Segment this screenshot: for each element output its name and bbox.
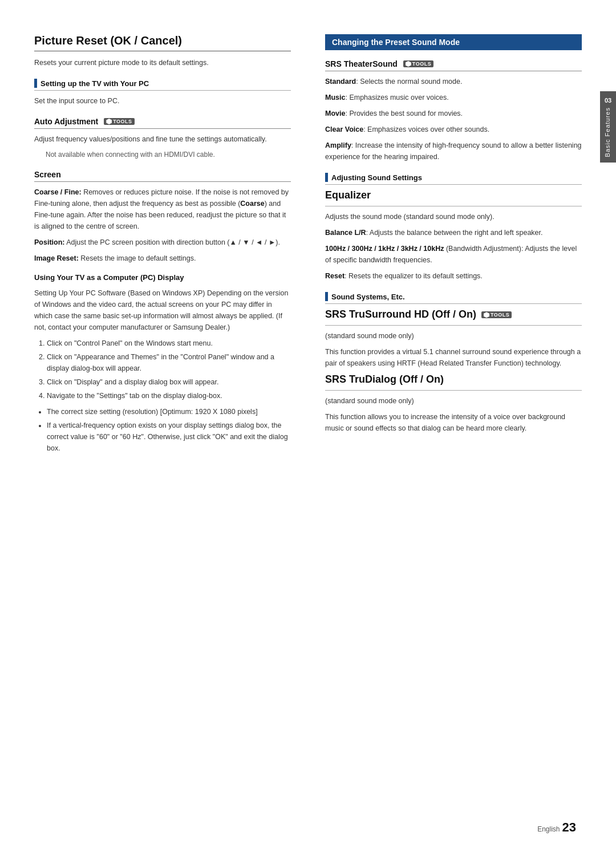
- equalizer-heading: Equalizer: [325, 189, 582, 201]
- auto-adjustment-header: Auto Adjustment TOOLS: [34, 117, 291, 129]
- pc-bullet-list: The correct size setting (resolution) [O…: [34, 406, 291, 454]
- highlight-bar: Changing the Preset Sound Mode: [325, 34, 582, 50]
- footer-language: English: [537, 825, 560, 833]
- chapter-label: Basic Features: [604, 107, 611, 157]
- trusurround-note: (standard sound mode only): [325, 330, 582, 342]
- right-column: Changing the Preset Sound Mode SRS Theat…: [319, 34, 582, 818]
- sound-systems-label: Sound Systems, Etc.: [331, 293, 405, 301]
- screen-para1: Coarse / Fine: Removes or reduces pictur…: [34, 186, 291, 232]
- srs-clear-voice: Clear Voice: Emphasizes voices over othe…: [325, 124, 582, 135]
- trudialog-desc: This function allows you to increase the…: [325, 411, 582, 434]
- side-tab: 03 Basic Features: [600, 91, 616, 163]
- srs-music: Music: Emphasizes music over voices.: [325, 92, 582, 103]
- screen-para2: Position: Adjust the PC screen position …: [34, 237, 291, 248]
- equalizer-bandwidth: 100Hz / 300Hz / 1kHz / 3kHz / 10kHz (Ban…: [325, 243, 582, 266]
- equalizer-divider: [325, 206, 582, 206]
- auto-adjustment-note: Not available when connecting with an HD…: [34, 149, 291, 160]
- trusurround-divider: [325, 325, 582, 326]
- trudialog-note: (standard sound mode only): [325, 395, 582, 407]
- trusurround-desc: This function provides a virtual 5.1 cha…: [325, 346, 582, 369]
- page-container: 03 Basic Features Picture Reset (OK / Ca…: [0, 0, 616, 852]
- subsection-setting-up-label: Setting up the TV with Your PC: [40, 79, 149, 88]
- blue-bar-icon: [325, 292, 328, 301]
- adjusting-sound-header: Adjusting Sound Settings: [325, 173, 582, 185]
- tools-icon: [106, 119, 112, 124]
- subsection-setting-up-header: Setting up the TV with Your PC: [34, 79, 291, 91]
- sound-systems-header: Sound Systems, Etc.: [325, 292, 582, 304]
- screen-label: Screen: [34, 170, 61, 179]
- pc-numbered-list: Click on "Control Panel" on the Windows …: [34, 338, 291, 401]
- tools-badge-trusurround: TOOLS: [481, 311, 512, 318]
- srs-amplify: Amplify: Increase the intensity of high-…: [325, 140, 582, 163]
- chapter-number: 03: [605, 97, 611, 104]
- screen-para3: Image Reset: Resets the image to default…: [34, 253, 291, 264]
- page-footer: English 23: [537, 820, 576, 835]
- equalizer-balance: Balance L/R: Adjusts the balance between…: [325, 227, 582, 238]
- auto-adjustment-desc: Adjust frequency values/positions and fi…: [34, 133, 291, 145]
- tools-badge-auto: TOOLS: [104, 118, 134, 125]
- list-item: Click on "Control Panel" on the Windows …: [47, 338, 291, 349]
- equalizer-desc: Adjusts the sound mode (standard sound m…: [325, 211, 582, 222]
- list-item: The correct size setting (resolution) [O…: [47, 406, 291, 417]
- footer-page-number: 23: [562, 820, 576, 835]
- list-item: If a vertical-frequency option exists on…: [47, 420, 291, 454]
- main-desc: Resets your current picture mode to its …: [34, 57, 291, 68]
- trudialog-divider: [325, 390, 582, 391]
- list-item: Click on "Appearance and Themes" in the …: [47, 351, 291, 374]
- srs-standard: Standard: Selects the normal sound mode.: [325, 76, 582, 87]
- main-title: Picture Reset (OK / Cancel): [34, 34, 291, 51]
- pc-display-heading: Using Your TV as a Computer (PC) Display: [34, 272, 291, 284]
- list-item: Click on "Display" and a display dialog …: [47, 376, 291, 388]
- trudialog-heading: SRS TruDialog (Off / On): [325, 374, 582, 386]
- blue-bar-icon: [34, 79, 37, 88]
- subsection-setting-up-desc: Set the input source to PC.: [34, 95, 291, 107]
- srs-movie: Movie: Provides the best sound for movie…: [325, 108, 582, 119]
- left-column: Picture Reset (OK / Cancel) Resets your …: [34, 34, 297, 818]
- pc-para1: Setting Up Your PC Software (Based on Wi…: [34, 287, 291, 333]
- list-item: Navigate to the "Settings" tab on the di…: [47, 390, 291, 401]
- blue-bar-icon: [325, 173, 328, 182]
- equalizer-reset: Reset: Resets the equalizer to its defau…: [325, 270, 582, 282]
- trusurround-heading: SRS TruSurround HD (Off / On) TOOLS: [325, 309, 582, 320]
- screen-header: Screen: [34, 170, 291, 182]
- tools-badge-srs: TOOLS: [403, 60, 433, 67]
- highlight-title: Changing the Preset Sound Mode: [332, 38, 460, 47]
- auto-adjustment-label: Auto Adjustment: [34, 117, 98, 126]
- adjusting-sound-label: Adjusting Sound Settings: [331, 173, 422, 182]
- srs-theater-header: SRS TheaterSound TOOLS: [325, 59, 582, 71]
- tools-icon: [484, 312, 489, 318]
- tools-icon: [406, 61, 411, 67]
- two-column-layout: Picture Reset (OK / Cancel) Resets your …: [34, 34, 582, 818]
- srs-theater-label: SRS TheaterSound: [325, 59, 398, 68]
